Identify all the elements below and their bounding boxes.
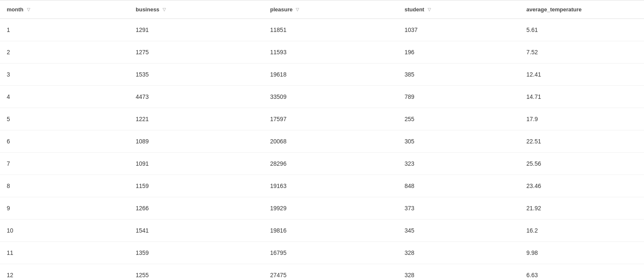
cell-month: 4: [0, 86, 129, 108]
cell-month: 6: [0, 130, 129, 153]
cell-month: 10: [0, 220, 129, 242]
cell-student: 385: [398, 64, 520, 86]
cell-average_temperature: 9.98: [520, 242, 644, 264]
col-label-pleasure: pleasure: [270, 6, 292, 13]
cell-business: 1089: [129, 130, 263, 153]
sort-icon-student[interactable]: ▽: [428, 7, 431, 12]
cell-student: 345: [398, 220, 520, 242]
cell-month: 9: [0, 197, 129, 220]
sort-icon-pleasure[interactable]: ▽: [296, 7, 299, 12]
cell-student: 789: [398, 86, 520, 108]
cell-average_temperature: 16.2: [520, 220, 644, 242]
table-row: 121255274753286.63: [0, 264, 644, 278]
table-row: 21275115931967.52: [0, 41, 644, 64]
cell-month: 11: [0, 242, 129, 264]
cell-student: 373: [398, 197, 520, 220]
table-row: 912661992937321.92: [0, 197, 644, 220]
cell-business: 1159: [129, 175, 263, 197]
cell-month: 5: [0, 108, 129, 130]
cell-average_temperature: 25.56: [520, 153, 644, 175]
cell-pleasure: 19816: [263, 220, 398, 242]
data-table: month ▽ business ▽ pleasure ▽: [0, 0, 644, 278]
cell-student: 328: [398, 242, 520, 264]
cell-average_temperature: 5.61: [520, 19, 644, 41]
col-label-business: business: [136, 6, 159, 13]
cell-pleasure: 19929: [263, 197, 398, 220]
table-row: 111359167953289.98: [0, 242, 644, 264]
cell-pleasure: 33509: [263, 86, 398, 108]
cell-month: 12: [0, 264, 129, 278]
cell-student: 305: [398, 130, 520, 153]
cell-month: 2: [0, 41, 129, 64]
cell-student: 255: [398, 108, 520, 130]
cell-student: 848: [398, 175, 520, 197]
cell-pleasure: 19163: [263, 175, 398, 197]
col-label-month: month: [7, 6, 24, 13]
cell-average_temperature: 23.46: [520, 175, 644, 197]
cell-pleasure: 11851: [263, 19, 398, 41]
cell-business: 1221: [129, 108, 263, 130]
cell-business: 1091: [129, 153, 263, 175]
cell-average_temperature: 6.63: [520, 264, 644, 278]
cell-month: 3: [0, 64, 129, 86]
cell-average_temperature: 14.71: [520, 86, 644, 108]
cell-average_temperature: 17.9: [520, 108, 644, 130]
cell-pleasure: 11593: [263, 41, 398, 64]
cell-student: 1037: [398, 19, 520, 41]
cell-student: 328: [398, 264, 520, 278]
cell-month: 8: [0, 175, 129, 197]
cell-business: 1541: [129, 220, 263, 242]
table-row: 512211759725517.9: [0, 108, 644, 130]
col-header-student[interactable]: student ▽: [398, 0, 520, 19]
table-row: 1015411981634516.2: [0, 220, 644, 242]
table-container: month ▽ business ▽ pleasure ▽: [0, 0, 644, 278]
cell-student: 196: [398, 41, 520, 64]
cell-pleasure: 27475: [263, 264, 398, 278]
table-row: 112911185110375.61: [0, 19, 644, 41]
table-row: 315351961838512.41: [0, 64, 644, 86]
cell-pleasure: 20068: [263, 130, 398, 153]
table-row: 811591916384823.46: [0, 175, 644, 197]
cell-business: 1535: [129, 64, 263, 86]
cell-business: 1291: [129, 19, 263, 41]
cell-average_temperature: 22.51: [520, 130, 644, 153]
cell-average_temperature: 7.52: [520, 41, 644, 64]
sort-icon-month[interactable]: ▽: [27, 7, 30, 12]
table-row: 710912829632325.56: [0, 153, 644, 175]
cell-business: 1275: [129, 41, 263, 64]
cell-business: 1266: [129, 197, 263, 220]
cell-pleasure: 28296: [263, 153, 398, 175]
cell-average_temperature: 12.41: [520, 64, 644, 86]
col-header-average-temperature[interactable]: average_temperature: [520, 0, 644, 19]
cell-student: 323: [398, 153, 520, 175]
cell-pleasure: 19618: [263, 64, 398, 86]
cell-month: 1: [0, 19, 129, 41]
cell-month: 7: [0, 153, 129, 175]
table-row: 444733350978914.71: [0, 86, 644, 108]
col-label-student: student: [405, 6, 424, 13]
col-header-pleasure[interactable]: pleasure ▽: [263, 0, 398, 19]
col-header-month[interactable]: month ▽: [0, 0, 129, 19]
col-header-business[interactable]: business ▽: [129, 0, 263, 19]
cell-pleasure: 16795: [263, 242, 398, 264]
header-row: month ▽ business ▽ pleasure ▽: [0, 0, 644, 19]
table-row: 610892006830522.51: [0, 130, 644, 153]
cell-pleasure: 17597: [263, 108, 398, 130]
cell-average_temperature: 21.92: [520, 197, 644, 220]
col-label-average-temperature: average_temperature: [526, 6, 582, 13]
cell-business: 4473: [129, 86, 263, 108]
sort-icon-business[interactable]: ▽: [163, 7, 166, 12]
cell-business: 1359: [129, 242, 263, 264]
cell-business: 1255: [129, 264, 263, 278]
